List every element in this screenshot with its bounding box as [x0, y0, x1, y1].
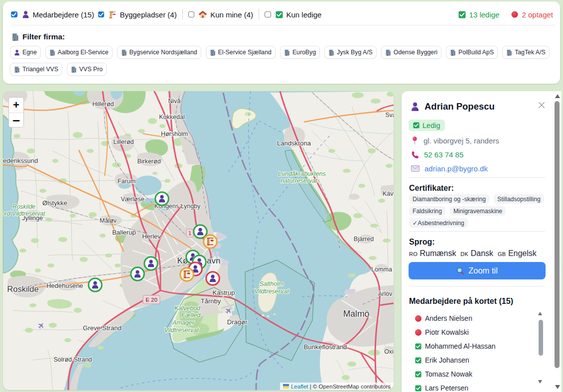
svg-text:Vildtreservat: Vildtreservat: [164, 327, 199, 334]
svg-text:Greve Strand: Greve Strand: [83, 324, 121, 332]
svg-text:Frederikssund: Frederikssund: [3, 157, 38, 164]
svg-text:Saltholm: Saltholm: [260, 280, 284, 287]
svg-text:Oxie: Oxie: [384, 348, 394, 355]
svg-text:Bunkeflostrand: Bunkeflostrand: [304, 343, 347, 351]
svg-text:Farum: Farum: [118, 178, 136, 185]
svg-text:Dragør: Dragør: [227, 318, 248, 326]
svg-text:Måløv: Måløv: [100, 217, 117, 224]
svg-text:Lillerød: Lillerød: [114, 138, 134, 145]
svg-text:Lomma: Lomma: [371, 266, 392, 273]
svg-text:naturreservat: naturreservat: [281, 177, 317, 184]
svg-text:Amager: Amager: [172, 319, 195, 326]
svg-text:Svalöv: Svalöv: [385, 112, 394, 119]
svg-text:1: 1: [188, 230, 191, 236]
svg-text:Solrød Strand: Solrød Strand: [53, 356, 92, 363]
svg-text:Vildtreservat: Vildtreservat: [254, 288, 289, 295]
svg-text:Nivå: Nivå: [168, 98, 180, 105]
svg-text:Malmö: Malmö: [343, 309, 370, 319]
svg-text:Landskrona: Landskrona: [277, 139, 311, 147]
svg-text:Herlev: Herlev: [142, 233, 161, 240]
svg-text:Lundåkrabuktens: Lundåkrabuktens: [278, 170, 326, 177]
svg-text:Arlöv: Arlöv: [378, 290, 393, 297]
svg-text:Ballerup: Ballerup: [112, 229, 136, 236]
svg-text:Roskilde: Roskilde: [7, 284, 38, 293]
svg-text:Bjärred: Bjärred: [354, 236, 374, 243]
svg-text:Kalvebod: Kalvebod: [174, 305, 201, 312]
svg-text:Kävlinge: Kävlinge: [383, 190, 394, 197]
svg-text:Birkerød: Birkerød: [137, 158, 160, 165]
svg-text:Hedehusene: Hedehusene: [46, 282, 83, 289]
svg-text:Hørsholm: Hørsholm: [161, 131, 188, 137]
svg-text:Fjord Vildtreservat: Fjord Vildtreservat: [3, 210, 45, 217]
svg-text:E 20: E 20: [145, 297, 157, 303]
svg-text:Ølstykke: Ølstykke: [42, 199, 67, 207]
svg-text:Tårnby: Tårnby: [201, 297, 221, 305]
svg-text:Kastrup: Kastrup: [213, 289, 235, 296]
svg-text:Hillerød: Hillerød: [92, 101, 114, 108]
svg-text:Roskilde: Roskilde: [12, 203, 35, 210]
svg-text:Kokkedal: Kokkedal: [159, 114, 184, 121]
svg-text:Værløse: Værløse: [121, 196, 144, 203]
svg-text:Fælled: Fælled: [181, 312, 201, 319]
